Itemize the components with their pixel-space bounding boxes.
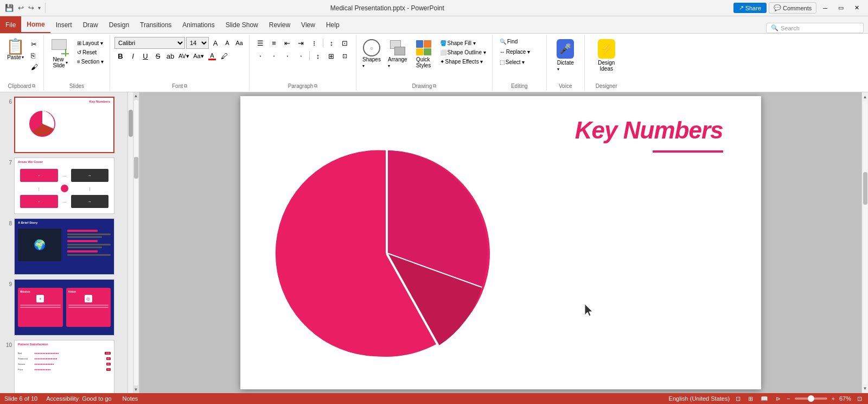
- title-underline: [653, 150, 723, 153]
- increase-indent-button[interactable]: ⇥: [295, 37, 308, 49]
- replace-button[interactable]: ↔Replace ▾: [497, 47, 542, 56]
- reset-button[interactable]: ↺Reset: [74, 48, 106, 56]
- zoom-out-button[interactable]: −: [787, 395, 790, 402]
- tab-design[interactable]: Design: [104, 16, 135, 33]
- char-spacing-button[interactable]: AV▾: [177, 50, 191, 62]
- fit-slide-button[interactable]: ⊡: [856, 395, 864, 402]
- designer-label: Designer: [588, 83, 625, 90]
- tab-help[interactable]: Help: [321, 16, 345, 33]
- slide-thumb-8[interactable]: A Brief Story 🌍: [14, 218, 114, 275]
- slide-item-6[interactable]: 6 Key Numbers: [2, 96, 131, 154]
- shape-fill-button[interactable]: 🪣Shape Fill ▾: [437, 39, 489, 47]
- bullets-button[interactable]: ☰: [254, 37, 267, 49]
- underline-button[interactable]: U: [139, 50, 151, 62]
- close-button[interactable]: ✕: [850, 2, 864, 14]
- cut-button[interactable]: ✂: [29, 39, 40, 49]
- share-button[interactable]: ↗ Share: [733, 3, 767, 13]
- clear-formatting-button[interactable]: Aa: [234, 37, 245, 48]
- section-button[interactable]: ≡Section ▾: [74, 58, 106, 66]
- justify-button[interactable]: ⬝: [295, 50, 308, 62]
- tab-home[interactable]: Home: [21, 16, 50, 33]
- layout-button[interactable]: ⊞Layout ▾: [74, 39, 106, 47]
- tab-file[interactable]: File: [0, 16, 21, 33]
- text-direction-button[interactable]: ↕: [311, 50, 324, 62]
- slide-canvas[interactable]: Key Numbers: [240, 96, 761, 389]
- redo-icon[interactable]: ↪: [27, 3, 36, 13]
- minimize-button[interactable]: ─: [819, 3, 832, 14]
- select-button[interactable]: ⬚Select ▾: [497, 58, 542, 67]
- tab-draw[interactable]: Draw: [78, 16, 104, 33]
- decrease-indent-button[interactable]: ⇤: [281, 37, 294, 49]
- dictate-button[interactable]: 🎤 Dictate▾: [553, 37, 577, 74]
- slide-item-9[interactable]: 9 Mission + Vision ◎: [2, 278, 131, 337]
- status-bar: Slide 6 of 10 Accessibility: Good to go …: [0, 393, 868, 404]
- smartart-button[interactable]: ⊡: [339, 50, 352, 62]
- paragraph-settings-button[interactable]: ⊡: [339, 37, 352, 49]
- slide-thumb-7[interactable]: Areas We Cover ••• — ••• | | ••• — •••: [14, 157, 114, 214]
- numbering-button[interactable]: ≡: [267, 37, 280, 49]
- font-name-select[interactable]: Calibri: [114, 37, 185, 49]
- language-status: English (United States): [669, 395, 730, 402]
- copy-button[interactable]: ⎘: [29, 50, 40, 61]
- paste-button[interactable]: 📋 Paste▾: [3, 37, 28, 62]
- slideshow-view-button[interactable]: ⊳: [774, 395, 782, 402]
- notes-button[interactable]: Notes: [120, 395, 141, 402]
- quick-styles-button[interactable]: QuickStyles: [412, 37, 436, 71]
- shapes-button[interactable]: ○ Shapes▾: [360, 37, 384, 71]
- canvas-area: Key Numbers: [139, 92, 861, 393]
- tab-view[interactable]: View: [296, 16, 321, 33]
- design-ideas-button[interactable]: ⚡ DesignIdeas: [592, 37, 621, 74]
- slide-thumb-9[interactable]: Mission + Vision ◎: [14, 279, 114, 336]
- shape-outline-button[interactable]: ⬜Shape Outline ▾: [437, 48, 489, 56]
- change-case-button[interactable]: Aa▾: [192, 50, 206, 62]
- zoom-slider[interactable]: [795, 397, 827, 400]
- align-left-button[interactable]: ⬝: [254, 50, 267, 62]
- slide-thumb-10[interactable]: Patient Satisfaction Bed ●●●●●●●●●●●●●●●…: [14, 340, 114, 393]
- scroll-up-button[interactable]: ▲: [862, 93, 868, 100]
- columns-button[interactable]: ⫶: [308, 37, 321, 49]
- slide-item-7[interactable]: 7 Areas We Cover ••• — ••• | | ••• — •••: [2, 156, 131, 215]
- slide-item-10[interactable]: 10 Patient Satisfaction Bed ●●●●●●●●●●●●…: [2, 339, 131, 393]
- shape-effects-button[interactable]: ✦Shape Effects ▾: [437, 58, 489, 66]
- pie-chart-container[interactable]: [270, 137, 503, 372]
- align-right-button[interactable]: ⬝: [281, 50, 294, 62]
- normal-view-button[interactable]: ⊡: [734, 395, 742, 402]
- align-text-button[interactable]: ⊞: [325, 50, 338, 62]
- font-size-select[interactable]: 14: [186, 37, 209, 49]
- new-slide-button[interactable]: NewSlide▾: [47, 37, 73, 71]
- text-highlight-button[interactable]: 🖊: [219, 50, 231, 62]
- tab-slideshow[interactable]: Slide Show: [220, 16, 264, 33]
- decrease-font-button[interactable]: A: [222, 37, 233, 48]
- strikethrough-button[interactable]: S: [152, 50, 164, 62]
- tab-animations[interactable]: Animations: [177, 16, 220, 33]
- bold-button[interactable]: B: [114, 50, 126, 62]
- slide-number-8: 8: [3, 218, 12, 226]
- ribbon-group-drawing: ○ Shapes▾ Arrange▾: [356, 35, 493, 91]
- slide-thumb-6[interactable]: Key Numbers: [14, 97, 114, 153]
- sort-button[interactable]: ↕: [325, 37, 338, 49]
- reading-view-button[interactable]: 📖: [759, 395, 770, 402]
- paste-icon: 📋: [6, 39, 25, 54]
- search-box[interactable]: 🔍 Search: [766, 23, 864, 33]
- outline-view-button[interactable]: ⊞: [746, 395, 755, 402]
- tab-review[interactable]: Review: [264, 16, 296, 33]
- increase-font-button[interactable]: A: [210, 37, 221, 48]
- maximize-button[interactable]: ▭: [834, 2, 848, 14]
- zoom-in-button[interactable]: +: [832, 395, 835, 402]
- tab-insert[interactable]: Insert: [50, 16, 78, 33]
- format-painter-button[interactable]: 🖌: [29, 62, 40, 72]
- align-center-button[interactable]: ⬝: [267, 50, 280, 62]
- italic-button[interactable]: I: [127, 50, 139, 62]
- scroll-down-button[interactable]: ▼: [862, 385, 868, 392]
- arrange-button[interactable]: Arrange▾: [385, 37, 410, 71]
- shadow-button[interactable]: ab: [164, 50, 176, 62]
- undo-icon[interactable]: ↩: [16, 3, 25, 13]
- cursor-indicator: [585, 304, 596, 319]
- find-button[interactable]: 🔍Find: [497, 37, 542, 46]
- tab-transitions[interactable]: Transitions: [135, 16, 177, 33]
- slide-item-8[interactable]: 8 A Brief Story 🌍: [2, 217, 131, 276]
- customize-icon[interactable]: ▾: [37, 4, 42, 12]
- save-icon[interactable]: 💾: [3, 3, 15, 13]
- comments-button[interactable]: 💬 Comments: [769, 2, 816, 14]
- font-color-button[interactable]: A: [206, 50, 218, 62]
